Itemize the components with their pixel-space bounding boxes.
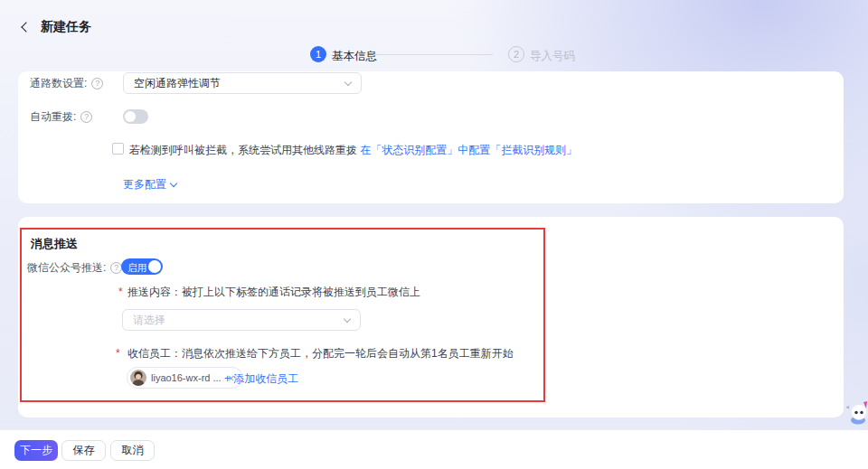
chevron-down-icon: [344, 78, 352, 85]
stepper-connector-line: [373, 54, 493, 55]
cancel-button[interactable]: 取消: [110, 440, 155, 461]
channel-setting-label: 通路数设置: ?: [30, 77, 103, 89]
auto-redial-toggle[interactable]: [123, 109, 148, 124]
new-task-page: 新建任务 1 基本信息 2 导入号码 通路数设置: ? 空闲通路弹性调节 自动重…: [0, 0, 868, 469]
help-icon[interactable]: ?: [80, 111, 92, 123]
channel-setting-value: 空闲通路弹性调节: [134, 76, 221, 91]
save-button[interactable]: 保存: [61, 440, 106, 461]
channel-setting-select[interactable]: 空闲通路弹性调节: [123, 72, 362, 94]
message-push-section-title: 消息推送: [31, 236, 78, 252]
step-1-label: 基本信息: [332, 49, 377, 64]
auto-redial-label-text: 自动重拨:: [30, 109, 76, 125]
push-label-select[interactable]: 请选择: [122, 309, 361, 331]
assistant-mascot-icon[interactable]: [843, 399, 868, 427]
intercept-config-link[interactable]: 在「状态识别配置」中配置「拦截识别规则」: [360, 144, 577, 156]
wechat-push-toggle-label: 启用: [127, 262, 146, 275]
auto-redial-label: 自动重拨: ?: [30, 110, 92, 123]
toggle-knob: [125, 111, 136, 122]
required-mark: *: [116, 347, 120, 360]
channel-setting-label-text: 通路数设置:: [30, 76, 87, 91]
required-mark: *: [118, 286, 123, 298]
wechat-push-label: 微信公众号推送: ?: [27, 261, 122, 274]
wechat-push-toggle[interactable]: 启用: [121, 258, 163, 275]
wechat-push-label-text: 微信公众号推送:: [27, 260, 106, 276]
step-2-indicator: 2: [508, 46, 524, 62]
back-icon[interactable]: [21, 22, 31, 32]
staff-avatar: [130, 370, 146, 386]
staff-tag-name: liyao16-wx-rd ...: [151, 372, 222, 383]
help-icon[interactable]: ?: [91, 78, 103, 89]
add-staff-link[interactable]: + 添加收信员工: [224, 371, 298, 387]
intercept-text: 若检测到呼叫被拦截，系统尝试用其他线路重拨: [129, 144, 357, 156]
footer-action-bar: 下一步 保存 取消: [0, 430, 868, 469]
step-2-label: 导入号码: [530, 49, 575, 64]
chevron-down-icon: [170, 180, 177, 187]
page-title: 新建任务: [41, 19, 91, 35]
intercept-redial-checkbox[interactable]: [112, 143, 124, 155]
more-config-link[interactable]: 更多配置: [123, 177, 176, 192]
more-config-label: 更多配置: [123, 177, 166, 192]
push-label-select-placeholder: 请选择: [133, 313, 165, 328]
next-step-button[interactable]: 下一步: [14, 440, 58, 461]
toggle-knob: [148, 260, 161, 273]
push-content-description: 推送内容：被打上以下标签的通话记录将被推送到员工微信上: [127, 285, 420, 300]
step-1-indicator: 1: [310, 46, 326, 62]
intercept-redial-text: 若检测到呼叫被拦截，系统尝试用其他线路重拨 在「状态识别配置」中配置「拦截识别规…: [129, 143, 577, 158]
staff-description: 收信员工：消息依次推送给下方员工，分配完一轮后会自动从第1名员工重新开始: [127, 346, 514, 361]
chevron-down-icon: [344, 314, 351, 322]
